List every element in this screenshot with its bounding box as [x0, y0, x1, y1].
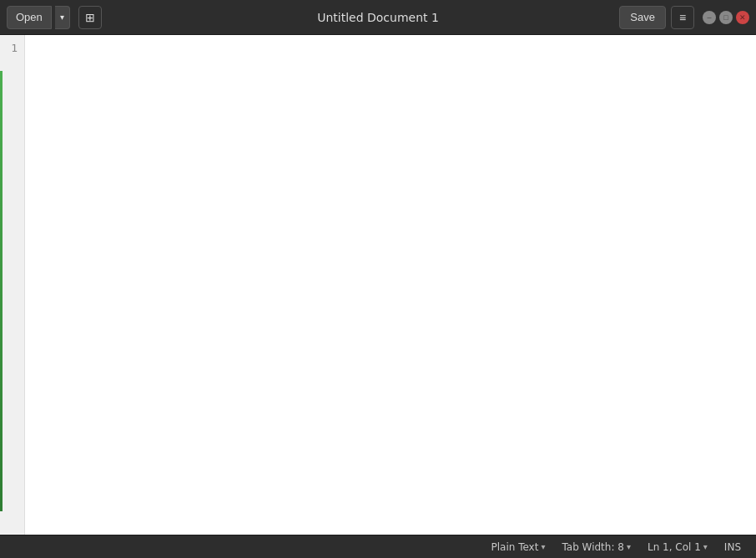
- cursor-pos-label: Ln 1, Col 1: [648, 541, 701, 553]
- cursor-pos-dropdown-arrow: ▾: [703, 542, 708, 551]
- hamburger-icon: ≡: [679, 11, 686, 24]
- line-numbers: 1: [0, 35, 25, 535]
- close-button[interactable]: ✕: [736, 11, 749, 24]
- cursor-position[interactable]: Ln 1, Col 1 ▾: [641, 535, 714, 558]
- maximize-icon: □: [723, 13, 728, 22]
- editor-textarea[interactable]: [25, 35, 756, 535]
- close-icon: ✕: [739, 13, 746, 22]
- new-tab-icon: ⊞: [85, 11, 95, 24]
- minimize-icon: –: [707, 13, 711, 22]
- titlebar: Open ▾ ⊞ Untitled Document 1 Save ≡ – □ …: [0, 0, 756, 35]
- chevron-down-icon: ▾: [60, 13, 64, 22]
- editor-container: 1: [0, 35, 756, 535]
- tab-width-selector[interactable]: Tab Width: 8 ▾: [555, 535, 638, 558]
- titlebar-left: Open ▾ ⊞: [7, 6, 102, 29]
- tab-width-dropdown-arrow: ▾: [627, 542, 631, 551]
- ins-mode[interactable]: INS: [718, 535, 748, 558]
- syntax-selector[interactable]: Plain Text ▾: [484, 535, 552, 558]
- window-title: Untitled Document 1: [317, 11, 439, 24]
- left-accent: [0, 71, 3, 511]
- statusbar: Plain Text ▾ Tab Width: 8 ▾ Ln 1, Col 1 …: [0, 535, 756, 558]
- new-tab-button[interactable]: ⊞: [78, 6, 102, 29]
- titlebar-right: Save ≡ – □ ✕: [619, 6, 749, 29]
- save-button[interactable]: Save: [619, 6, 666, 29]
- menu-button[interactable]: ≡: [671, 6, 694, 29]
- minimize-button[interactable]: –: [703, 11, 716, 24]
- syntax-dropdown-arrow: ▾: [541, 542, 545, 551]
- maximize-button[interactable]: □: [719, 11, 733, 24]
- ins-label: INS: [724, 541, 741, 553]
- window-controls: – □ ✕: [703, 11, 749, 24]
- line-number-1: 1: [7, 40, 18, 57]
- open-dropdown-button[interactable]: ▾: [55, 6, 70, 29]
- tab-width-label: Tab Width: 8: [562, 541, 623, 553]
- syntax-label: Plain Text: [491, 541, 538, 553]
- open-button[interactable]: Open: [7, 6, 52, 29]
